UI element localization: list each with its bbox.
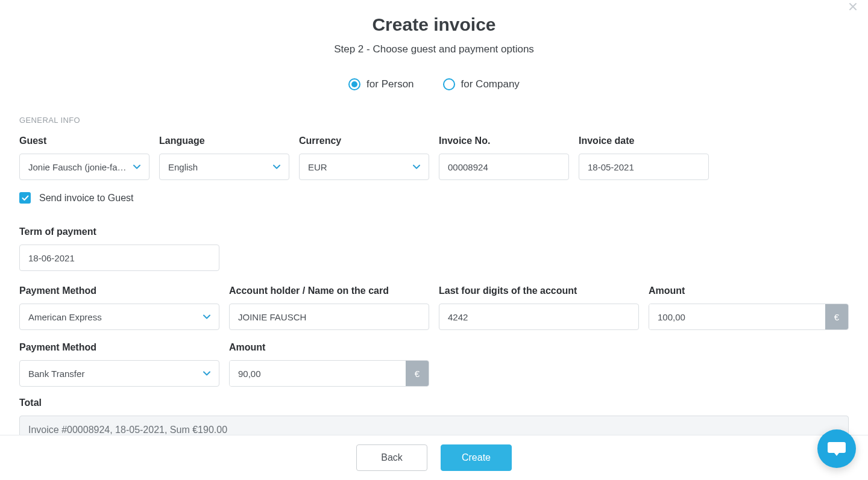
back-button[interactable]: Back [356,444,427,471]
amount-1-input[interactable] [649,304,825,329]
account-holder-input[interactable] [229,304,429,330]
language-label: Language [159,136,289,146]
currency-value: EUR [308,162,408,172]
chevron-down-icon [413,164,420,169]
radio-label: for Person [366,78,414,90]
invoice-no-label: Invoice No. [439,136,569,146]
payment-method-1-value: American Express [28,312,198,322]
account-holder-label: Account holder / Name on the card [229,285,429,296]
invoice-type-radios: for Person for Company [19,78,849,90]
close-icon[interactable] [848,1,862,16]
currency-symbol-badge: € [825,304,848,329]
section-general-info: GENERAL INFO [19,116,849,125]
chevron-down-icon [273,164,280,169]
amount-2-input[interactable] [230,361,406,386]
guest-select[interactable]: Jonie Fausch (jonie-fau… [19,154,149,180]
page-subtitle: Step 2 - Choose guest and payment option… [19,43,849,55]
amount-1-label: Amount [649,285,849,296]
currency-select[interactable]: EUR [299,154,429,180]
radio-for-company[interactable]: for Company [443,78,520,90]
radio-label: for Company [461,78,520,90]
total-label: Total [19,397,849,408]
invoice-date-label: Invoice date [579,136,709,146]
payment-method-2-select[interactable]: Bank Transfer [19,360,219,387]
payment-method-1-select[interactable]: American Express [19,304,219,330]
guest-value: Jonie Fausch (jonie-fau… [28,162,128,172]
amount-2-label: Amount [229,342,429,353]
payment-method-1-label: Payment Method [19,285,219,296]
chevron-down-icon [133,164,140,169]
last-four-input[interactable] [439,304,639,330]
chat-icon [827,440,846,458]
create-button[interactable]: Create [441,444,512,471]
guest-label: Guest [19,136,149,146]
invoice-no-input[interactable] [439,154,569,180]
payment-method-2-label: Payment Method [19,342,219,353]
payment-method-2-value: Bank Transfer [28,369,198,379]
currency-symbol-badge: € [406,361,429,386]
invoice-date-input[interactable] [579,154,709,180]
language-select[interactable]: English [159,154,289,180]
term-label: Term of payment [19,226,849,237]
language-value: English [168,162,268,172]
radio-for-person[interactable]: for Person [348,78,414,90]
last-four-label: Last four digits of the account [439,285,639,296]
send-invoice-label: Send invoice to Guest [39,193,134,204]
currency-label: Currency [299,136,429,146]
chevron-down-icon [203,314,210,319]
footer-bar: Back Create [0,435,868,480]
term-of-payment-input[interactable] [19,245,219,271]
page-title: Create invoice [19,14,849,35]
chevron-down-icon [203,371,210,376]
send-invoice-checkbox[interactable] [19,192,31,204]
chat-fab[interactable] [817,429,856,468]
radio-icon [443,78,455,90]
radio-icon [348,78,360,90]
